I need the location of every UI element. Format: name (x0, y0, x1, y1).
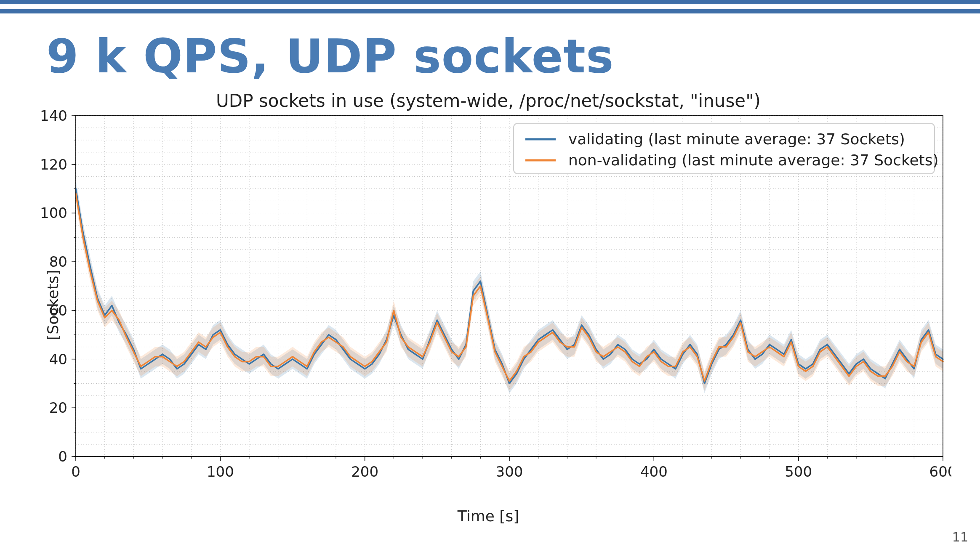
svg-text:non-validating (last minute av: non-validating (last minute average: 37 … (568, 151, 939, 169)
svg-text:40: 40 (49, 351, 67, 368)
slide-title: 9 k QPS, UDP sockets (46, 29, 614, 83)
svg-text:100: 100 (40, 204, 67, 221)
header-rule-bottom (0, 9, 980, 13)
page-number: 11 (952, 530, 968, 544)
svg-text:0: 0 (58, 448, 67, 465)
svg-text:200: 200 (351, 463, 378, 480)
svg-text:400: 400 (640, 463, 668, 480)
y-axis-label: [Sockets] (44, 270, 61, 340)
svg-text:600: 600 (929, 463, 951, 480)
x-axis-label: Time [s] (25, 507, 951, 525)
chart-svg: 0100200300400500600020406080100120140val… (25, 90, 951, 494)
slide: 9 k QPS, UDP sockets UDP sockets in use … (0, 0, 980, 552)
svg-text:300: 300 (496, 463, 523, 480)
svg-text:100: 100 (207, 463, 234, 480)
svg-text:120: 120 (40, 156, 67, 173)
chart: UDP sockets in use (system-wide, /proc/n… (25, 90, 951, 520)
svg-text:80: 80 (49, 253, 67, 270)
svg-text:0: 0 (71, 463, 80, 480)
header-rule-top (0, 0, 980, 4)
svg-text:20: 20 (49, 399, 67, 416)
chart-title: UDP sockets in use (system-wide, /proc/n… (25, 90, 951, 111)
svg-text:validating (last minute averag: validating (last minute average: 37 Sock… (568, 130, 905, 148)
svg-text:500: 500 (785, 463, 812, 480)
